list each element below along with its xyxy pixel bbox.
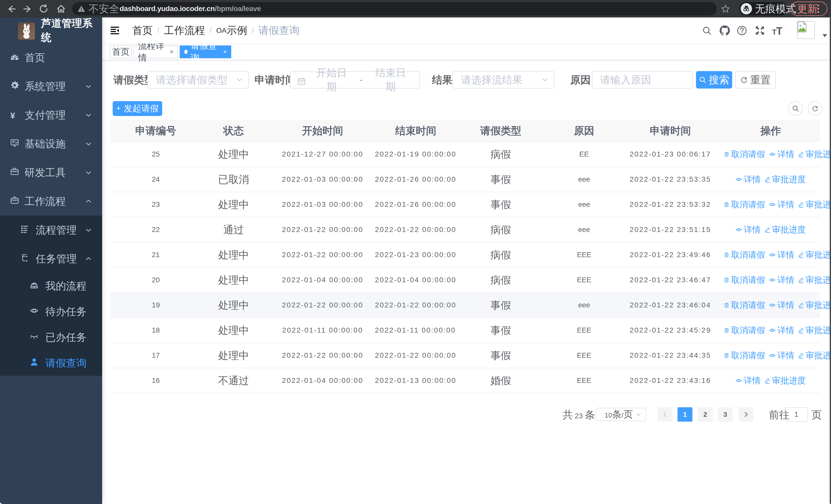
svg-text:T: T: [776, 26, 782, 35]
